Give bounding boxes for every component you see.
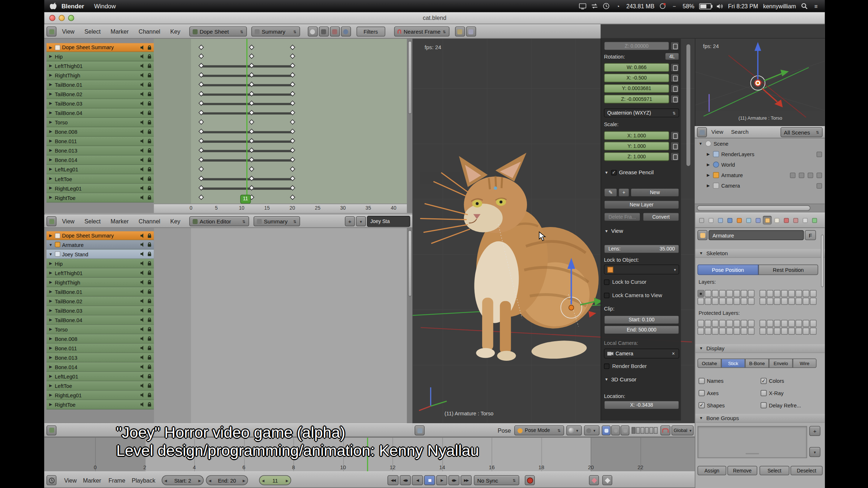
expand-channel-icon[interactable]: ▶ [48, 167, 53, 171]
summary-toggle-dropdown[interactable]: Summary⇅ [251, 26, 300, 37]
play-button[interactable]: ▶ [436, 475, 447, 485]
layer-toggle[interactable] [748, 320, 754, 327]
keying-set-add-button[interactable] [589, 475, 599, 485]
lock-camera-to-view-option[interactable]: Lock Camera to View [604, 292, 662, 298]
constraints-tab[interactable] [744, 216, 753, 224]
lock-icon[interactable] [147, 73, 152, 78]
lock-object-field[interactable]: ▾ [604, 265, 679, 275]
render-restrict-icon[interactable] [817, 172, 822, 178]
keyframe-indicator-button[interactable] [671, 42, 679, 50]
dope-sheet-keyframe-area[interactable]: 11 [154, 39, 407, 204]
channel-name[interactable]: Torso [55, 326, 139, 332]
checkbox[interactable]: ✓ [761, 378, 767, 384]
keyframe-diamond[interactable] [198, 63, 204, 68]
lock-icon[interactable] [147, 63, 152, 68]
speaker-icon[interactable] [140, 110, 145, 116]
keyframe-diamond[interactable] [290, 166, 295, 172]
channel-name[interactable]: TailBone.03 [55, 100, 139, 107]
channel-name[interactable]: Torso [55, 119, 139, 125]
pause-button[interactable]: ▮▮ [424, 475, 435, 485]
view-menu[interactable]: View [58, 215, 79, 228]
frame-ruler[interactable]: 0510152025303540 [154, 204, 407, 213]
memory-indicator[interactable]: 243.81 MB [626, 3, 655, 9]
layer-toggle[interactable] [741, 290, 747, 297]
translate-manipulator[interactable] [750, 42, 789, 107]
play-reverse-button[interactable]: ◀ [412, 475, 423, 485]
layer-toggle[interactable] [726, 297, 733, 305]
layer-toggle[interactable] [767, 328, 773, 335]
expand-channel-icon[interactable]: ▶ [48, 64, 53, 68]
cat-model[interactable] [420, 153, 608, 361]
channel-row[interactable]: ▶Bone.013 [47, 353, 154, 363]
channel-name[interactable]: TailBone.02 [55, 298, 139, 304]
expand-channel-icon[interactable]: ▶ [48, 92, 53, 96]
display-icon[interactable] [579, 2, 587, 10]
increment-icon[interactable]: ▶ [199, 478, 201, 482]
keyframe-diamond[interactable] [290, 138, 295, 144]
channel-row[interactable]: ▶Bone.014 [47, 155, 154, 165]
layer-toggle[interactable] [705, 290, 711, 297]
channel-row[interactable]: ▶RightToe [47, 400, 154, 410]
keyframe-indicator-button[interactable] [671, 63, 679, 72]
channel-keyframes-row[interactable] [154, 80, 407, 90]
viewport-layer-toggle[interactable] [654, 427, 658, 434]
speaker-icon[interactable] [140, 148, 145, 153]
layer-toggle[interactable] [795, 297, 802, 305]
channel-name[interactable]: RightLeg01 [55, 392, 139, 398]
layer-toggle[interactable] [719, 328, 726, 335]
render-layers-tab[interactable] [716, 216, 724, 224]
clip-start-field[interactable]: Start: 0.100 [604, 315, 679, 324]
keyframe-diamond[interactable] [198, 185, 204, 191]
layer-toggle[interactable] [774, 328, 780, 335]
particles-tab[interactable] [800, 216, 809, 224]
expand-channel-icon[interactable]: ▶ [48, 111, 53, 115]
scrollbar-track[interactable] [695, 204, 825, 212]
lock-icon[interactable] [147, 373, 152, 379]
channel-row[interactable]: ▶RightToe [47, 193, 154, 202]
layer-toggle[interactable] [810, 328, 816, 335]
action-name-field[interactable]: Joey Sta [367, 216, 410, 227]
lock-icon[interactable] [147, 317, 152, 322]
lock-icon[interactable] [147, 120, 152, 125]
new-action-button[interactable]: + [345, 216, 355, 226]
layer-toggle[interactable] [788, 297, 795, 305]
texture-tab[interactable] [791, 216, 800, 224]
channel-name[interactable]: TailBone.03 [55, 307, 139, 313]
lock-icon[interactable] [147, 251, 152, 257]
keyframe-diamond[interactable] [249, 72, 255, 78]
outliner-row[interactable]: ▶RenderLayers [695, 149, 825, 159]
speaker-icon[interactable] [140, 308, 145, 313]
channel-name[interactable]: Bone.011 [55, 345, 139, 351]
speaker-icon[interactable] [140, 73, 145, 78]
channel-name[interactable]: Joey Stand [62, 251, 138, 257]
keyframe-diamond[interactable] [249, 138, 255, 144]
expand-channel-icon[interactable]: ▶ [48, 308, 53, 313]
rotation-mode-dropdown[interactable]: Quaternion (WXYZ)⇅ [604, 108, 679, 117]
keyframe-indicator-button[interactable] [671, 131, 679, 140]
speaker-icon[interactable] [140, 392, 145, 398]
speaker-icon[interactable] [140, 185, 145, 191]
channel-row[interactable]: ▶TailBone.04 [47, 108, 154, 118]
lock-icon[interactable] [147, 195, 152, 200]
layer-toggle[interactable] [712, 297, 718, 305]
keyframe-diamond[interactable] [290, 82, 295, 87]
object-tab[interactable] [735, 216, 743, 224]
transform-orientation-dropdown[interactable]: Global▾ [672, 425, 694, 436]
search-filter-icon[interactable] [341, 26, 351, 37]
channel-row[interactable]: ▶Hip [47, 52, 154, 61]
layer-toggle[interactable] [760, 290, 766, 297]
outliner-row[interactable]: ▶World [695, 159, 825, 170]
summary-toggle-dropdown[interactable]: Summary⇅ [253, 216, 300, 226]
speaker-icon[interactable] [140, 82, 145, 87]
keyframe-diamond[interactable] [198, 91, 204, 97]
layer-toggle[interactable] [788, 320, 795, 327]
only-selected-filter-icon[interactable] [307, 26, 318, 37]
editor-mode-dropdown[interactable]: Action Editor⇅ [189, 216, 249, 226]
keyframe-diamond[interactable] [249, 166, 255, 172]
channel-name[interactable]: Bone.014 [55, 364, 139, 370]
expand-channel-icon[interactable]: ▶ [48, 355, 53, 360]
keyframe-diamond[interactable] [249, 185, 255, 191]
channel-row[interactable]: ▶Hip [47, 259, 154, 268]
layer-toggle[interactable] [760, 320, 766, 327]
layer-toggle[interactable] [781, 320, 788, 327]
